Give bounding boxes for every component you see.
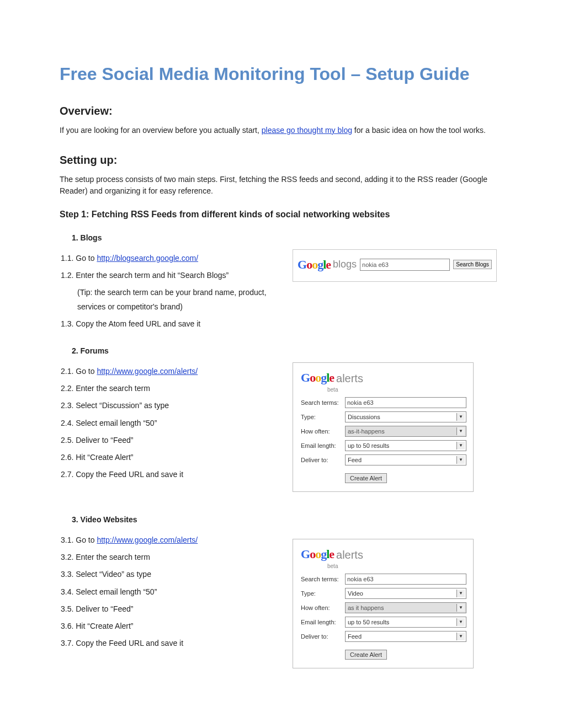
alerts-beta-label: beta — [327, 386, 466, 394]
google-alerts-widget-video: Google alerts beta Search terms: Type: V… — [293, 539, 474, 668]
forums-item-4: 2.4. Select email length “50” — [61, 416, 282, 430]
blogs-item-1: 1.1. Go to http://blogsearch.google.com/ — [61, 251, 282, 265]
video-item-6: 3.6. Hit “Create Alert” — [61, 619, 282, 633]
google-logo: Google — [298, 255, 331, 274]
alerts-deliver-select[interactable]: Feed — [345, 631, 466, 642]
create-alert-button[interactable]: Create Alert — [345, 650, 387, 660]
forums-item-6: 2.6. Hit “Create Alert” — [61, 451, 282, 464]
alerts-deliver-label: Deliver to: — [301, 456, 345, 465]
chevron-down-icon — [456, 413, 465, 421]
step1-heading: Step 1: Fetching RSS Feeds from differen… — [60, 208, 503, 221]
video-item-2: 3.2. Enter the search term — [61, 550, 282, 564]
alerts-label: alerts — [336, 370, 363, 387]
video-item-3: 3.3. Select “Video” as type — [61, 568, 282, 581]
google-blogs-widget: Google blogs Search Blogs — [293, 249, 497, 282]
video-item-5: 3.5. Deliver to “Feed” — [61, 602, 282, 616]
google-logo: Google — [301, 545, 334, 563]
forums-item-1: 2.1. Go to http://www.google.com/alerts/ — [61, 365, 282, 378]
chevron-down-icon — [456, 633, 465, 640]
section-blogs-label: 1. Blogs — [72, 232, 503, 244]
page-title: Free Social Media Monitoring Tool – Setu… — [60, 61, 503, 87]
alerts-how-select[interactable]: as it happens — [345, 602, 466, 613]
blogs-item-3: 1.3. Copy the Atom feed URL and save it — [61, 317, 282, 331]
forums-item-2: 2.2. Enter the search term — [61, 382, 282, 395]
chevron-down-icon — [456, 456, 465, 464]
alerts-search-label: Search terms: — [301, 575, 345, 584]
alerts-how-label: How often: — [301, 427, 345, 436]
google-blogs-label: blogs — [333, 257, 357, 272]
video-item-1: 3.1. Go to http://www.google.com/alerts/ — [61, 533, 282, 547]
overview-text-after: for a basic idea on how the tool works. — [352, 126, 486, 135]
alerts-deliver-label: Deliver to: — [301, 632, 345, 641]
alerts-type-label: Type: — [301, 589, 345, 598]
section-forums-label: 2. Forums — [72, 345, 503, 357]
video-item-4: 3.4. Select email length “50” — [61, 585, 282, 599]
alerts-how-select[interactable]: as-it-happens — [345, 426, 466, 437]
overview-heading: Overview: — [60, 103, 503, 119]
alerts-how-label: How often: — [301, 603, 345, 613]
chevron-down-icon — [456, 442, 465, 449]
chevron-down-icon — [456, 604, 465, 612]
blogsearch-link[interactable]: http://blogsearch.google.com/ — [97, 254, 198, 263]
alerts-search-input[interactable] — [345, 397, 466, 408]
overview-blog-link[interactable]: please go thought my blog — [262, 126, 352, 135]
blogs-item-2-tip: (Tip: the search term can be your brand … — [77, 286, 282, 313]
alerts-beta-label: beta — [327, 562, 466, 570]
alerts-link-video[interactable]: http://www.google.com/alerts/ — [97, 536, 198, 544]
overview-paragraph: If you are looking for an overview befor… — [60, 125, 503, 136]
create-alert-button[interactable]: Create Alert — [345, 473, 387, 483]
section-video-label: 3. Video Websites — [72, 514, 503, 526]
chevron-down-icon — [456, 590, 465, 597]
alerts-link-forums[interactable]: http://www.google.com/alerts/ — [97, 367, 198, 376]
alerts-type-select[interactable]: Discussions — [345, 411, 466, 422]
chevron-down-icon — [456, 427, 465, 435]
search-blogs-button[interactable]: Search Blogs — [453, 260, 491, 269]
alerts-len-label: Email length: — [301, 618, 345, 627]
overview-text-before: If you are looking for an overview befor… — [60, 126, 262, 135]
alerts-len-label: Email length: — [301, 441, 345, 451]
alerts-len-select[interactable]: up to 50 results — [345, 440, 466, 451]
alerts-len-select[interactable]: up to 50 results — [345, 617, 466, 628]
google-alerts-widget-forums: Google alerts beta Search terms: Type: D… — [293, 362, 474, 492]
google-blogs-search-input[interactable] — [360, 259, 450, 271]
setting-up-heading: Setting up: — [60, 152, 503, 168]
forums-item-3: 2.3. Select “Discussion” as type — [61, 399, 282, 413]
google-logo: Google — [301, 368, 334, 387]
alerts-search-input[interactable] — [345, 574, 466, 585]
video-item-7: 3.7. Copy the Feed URL and save it — [61, 636, 282, 650]
forums-item-5: 2.5. Deliver to “Feed” — [61, 433, 282, 447]
blogs-item-2: 1.2. Enter the search term and hit “Sear… — [61, 269, 282, 282]
alerts-type-label: Type: — [301, 413, 345, 422]
setting-up-intro: The setup process consists of two main s… — [60, 174, 503, 197]
alerts-search-label: Search terms: — [301, 398, 345, 408]
alerts-deliver-select[interactable]: Feed — [345, 454, 466, 465]
forums-item-7: 2.7. Copy the Feed URL and save it — [61, 468, 282, 481]
chevron-down-icon — [456, 618, 465, 626]
alerts-label: alerts — [336, 547, 363, 563]
document-page: Free Social Media Monitoring Tool – Setu… — [0, 0, 563, 702]
alerts-type-select[interactable]: Video — [345, 588, 466, 599]
